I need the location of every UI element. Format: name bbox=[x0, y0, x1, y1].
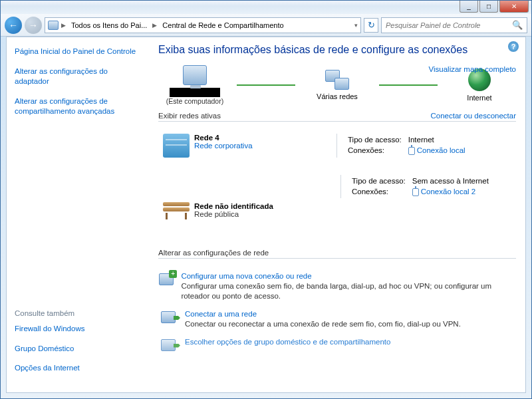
network-name: Rede 4 bbox=[194, 134, 327, 142]
setting-description: Conectar ou reconectar a uma conexão de … bbox=[185, 319, 461, 330]
setting-item-new-connection[interactable]: Configurar uma nova conexão ou rede Conf… bbox=[158, 272, 516, 302]
refresh-button[interactable]: ↻ bbox=[364, 18, 378, 33]
computer-icon bbox=[183, 65, 207, 85]
sidebar-item-homegroup[interactable]: Grupo Doméstico bbox=[15, 344, 138, 354]
map-node-sublabel: (Este computador) bbox=[166, 97, 223, 105]
network-details: Tipo de acesso:Internet Conexões:Conexão… bbox=[346, 134, 472, 157]
sidebar-item-adapter-settings[interactable]: Alterar as configurações do adaptador bbox=[15, 66, 138, 87]
main-panel: ? Exiba suas informações básicas de rede… bbox=[146, 37, 525, 392]
control-panel-window: _ □ ✕ ← → ▶ Todos os Itens do Pai... ▶ C… bbox=[0, 0, 532, 399]
maximize-button[interactable]: □ bbox=[479, 1, 498, 13]
help-icon[interactable]: ? bbox=[508, 41, 519, 52]
multiple-networks-icon bbox=[325, 70, 349, 90]
active-networks-list: Rede 4 Rede corporativa Tipo de acesso:I… bbox=[158, 128, 516, 231]
setting-item-connect-network[interactable]: Conectar a uma rede Conectar ou reconect… bbox=[158, 310, 516, 330]
sidebar-footer-heading: Consulte também bbox=[15, 309, 138, 317]
connection-link[interactable]: Conexão local 2 bbox=[421, 188, 475, 196]
sidebar-item-internet-options[interactable]: Opções da Internet bbox=[15, 363, 138, 374]
new-connection-icon bbox=[159, 273, 174, 285]
access-type-label: Tipo de acesso: bbox=[352, 176, 411, 186]
address-bar[interactable]: ▶ Todos os Itens do Pai... ▶ Central de … bbox=[45, 17, 361, 33]
connect-disconnect-link[interactable]: Conectar ou desconectar bbox=[431, 112, 517, 120]
search-icon[interactable]: 🔍 bbox=[512, 20, 523, 30]
connect-network-icon bbox=[161, 311, 176, 323]
network-type-link[interactable]: Rede corporativa bbox=[194, 142, 327, 150]
breadcrumb-item[interactable]: Central de Rede e Compartilhamento bbox=[160, 20, 286, 31]
ethernet-icon bbox=[408, 147, 415, 155]
map-connection-line bbox=[237, 84, 295, 86]
setting-title[interactable]: Configurar uma nova conexão ou rede bbox=[181, 272, 516, 280]
map-node-networks[interactable]: Várias redes bbox=[301, 70, 374, 100]
back-button[interactable]: ← bbox=[5, 17, 22, 34]
dropdown-icon[interactable]: ▾ bbox=[354, 22, 358, 29]
network-item: Rede 4 Rede corporativa Tipo de acesso:I… bbox=[158, 128, 516, 170]
active-networks-heading: Exibir redes ativas Conectar ou desconec… bbox=[158, 112, 516, 122]
access-type-value: Internet bbox=[408, 135, 471, 144]
map-connection-line bbox=[379, 84, 438, 86]
close-button[interactable]: ✕ bbox=[499, 1, 529, 13]
sidebar-item-firewall[interactable]: Firewall do Windows bbox=[15, 324, 138, 334]
settings-list: Configurar uma nova conexão ou rede Conf… bbox=[158, 272, 516, 351]
search-box[interactable]: 🔍 bbox=[381, 17, 527, 33]
map-node-this-computer[interactable]: (Este computador) bbox=[158, 65, 231, 105]
homegroup-icon bbox=[161, 339, 176, 351]
connections-label: Conexões: bbox=[348, 146, 407, 156]
view-full-map-link[interactable]: Visualizar mapa completo bbox=[429, 65, 516, 73]
navigation-bar: ← → ▶ Todos os Itens do Pai... ▶ Central… bbox=[1, 14, 531, 37]
content-area: Página Inicial do Painel de Controle Alt… bbox=[6, 37, 526, 393]
window-controls: _ □ ✕ bbox=[460, 1, 529, 13]
network-settings-heading: Alterar as configurações de rede bbox=[158, 249, 516, 259]
breadcrumb-separator-icon: ▶ bbox=[61, 22, 66, 29]
location-icon bbox=[48, 21, 59, 30]
connections-label: Conexões: bbox=[352, 187, 411, 197]
sidebar-item-home[interactable]: Página Inicial do Painel de Controle bbox=[15, 47, 138, 57]
setting-description: Configurar uma conexão sem fio, de banda… bbox=[181, 281, 516, 302]
map-node-internet[interactable]: Internet bbox=[443, 68, 516, 102]
corporate-network-icon bbox=[163, 134, 190, 158]
network-item: Rede não identificada Rede pública bbox=[158, 197, 516, 231]
search-input[interactable] bbox=[386, 21, 512, 29]
sidebar-item-sharing-settings[interactable]: Alterar as configurações de compartilham… bbox=[15, 96, 138, 117]
access-type-value: Sem acesso à Internet bbox=[412, 176, 494, 186]
access-type-label: Tipo de acesso: bbox=[348, 135, 407, 144]
breadcrumb-separator-icon: ▶ bbox=[152, 22, 157, 29]
page-title: Exiba suas informações básicas de rede e… bbox=[158, 44, 516, 56]
network-details: Tipo de acesso:Sem acesso à Internet Con… bbox=[350, 175, 495, 198]
forward-button[interactable]: → bbox=[25, 17, 42, 34]
computer-name-redacted bbox=[170, 88, 220, 97]
public-network-icon bbox=[162, 202, 191, 219]
sidebar: Página Inicial do Painel de Controle Alt… bbox=[7, 37, 146, 392]
network-map: (Este computador) Várias redes Internet … bbox=[158, 65, 516, 105]
breadcrumb-item[interactable]: Todos os Itens do Pai... bbox=[68, 20, 150, 31]
titlebar[interactable] bbox=[1, 1, 531, 6]
minimize-button[interactable]: _ bbox=[460, 1, 478, 13]
map-node-label: Internet bbox=[467, 94, 491, 102]
network-type: Rede pública bbox=[194, 210, 327, 218]
setting-item-homegroup[interactable]: Escolher opções de grupo doméstico e de … bbox=[158, 338, 516, 351]
map-node-label: Várias redes bbox=[317, 92, 358, 100]
section-label: Alterar as configurações de rede bbox=[158, 249, 269, 257]
divider bbox=[340, 175, 341, 198]
network-name: Rede não identificada bbox=[194, 202, 327, 210]
setting-title[interactable]: Escolher opções de grupo doméstico e de … bbox=[185, 338, 390, 346]
section-label: Exibir redes ativas bbox=[158, 112, 221, 120]
divider bbox=[336, 134, 337, 158]
setting-title[interactable]: Conectar a uma rede bbox=[185, 310, 461, 318]
ethernet-icon bbox=[412, 188, 419, 196]
connection-link[interactable]: Conexão local bbox=[417, 146, 466, 154]
